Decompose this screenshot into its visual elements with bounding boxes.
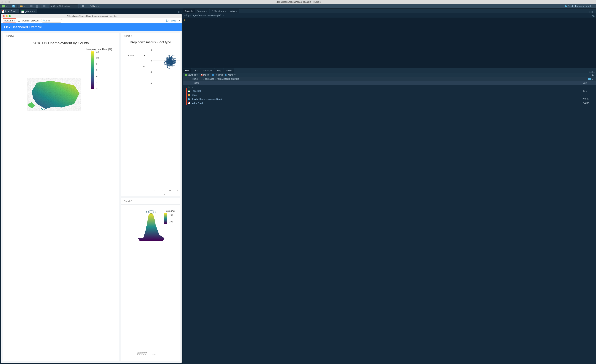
files-tabs: Files Plots Packages Help Viewer: [183, 68, 596, 73]
plus-proj-icon: [12, 5, 15, 7]
file-row[interactable]: docs: [183, 93, 596, 97]
project-switcher[interactable]: flexdashboard-example: [565, 5, 595, 7]
refresh-icon: [592, 74, 594, 76]
minimize-pane-icon[interactable]: [176, 11, 179, 13]
close-icon[interactable]: ×: [34, 10, 35, 12]
refresh-button[interactable]: [591, 73, 595, 76]
maximize-pane-icon[interactable]: [592, 11, 595, 13]
rmd-file-icon: [188, 102, 190, 104]
close-icon[interactable]: [3, 15, 5, 17]
crumb[interactable]: flexdashboard-example: [217, 78, 239, 80]
new-project-button[interactable]: [11, 5, 16, 8]
sort-asc-icon[interactable]: [191, 82, 193, 83]
maximize-pane-icon[interactable]: [179, 11, 182, 13]
file-row[interactable]: _site.yml 46 B: [183, 89, 596, 93]
scatter-plot[interactable]: [153, 48, 180, 85]
save-all-button[interactable]: [35, 5, 39, 8]
tab-terminal[interactable]: Terminal×: [195, 9, 209, 13]
new-folder-button[interactable]: New Folder: [184, 73, 199, 76]
file-name: ..: [192, 86, 581, 88]
tick: 0: [149, 60, 152, 62]
close-icon[interactable]: ×: [236, 10, 237, 12]
maximize-pane-icon[interactable]: [592, 71, 595, 73]
minimize-icon[interactable]: [5, 1, 7, 3]
console-body[interactable]: >: [183, 18, 596, 68]
chevron-down-icon: [144, 55, 146, 56]
volcano-surface[interactable]: [136, 208, 166, 244]
tab-plots[interactable]: Plots: [192, 68, 201, 73]
close-icon[interactable]: ×: [225, 10, 226, 12]
goto-file-input[interactable]: Go to file/function: [50, 4, 78, 8]
col-size[interactable]: Size: [582, 82, 595, 84]
col-name[interactable]: Name: [194, 82, 199, 84]
zoom-icon[interactable]: [8, 1, 10, 3]
tab-console[interactable]: Console: [183, 9, 195, 13]
btn-label: More: [228, 74, 233, 76]
print-button[interactable]: [42, 5, 46, 8]
tab-viewer[interactable]: Viewer: [224, 68, 234, 73]
colorbar-ticks: 12 10 8 6 4 2 0: [96, 50, 99, 90]
crumb[interactable]: Home: [192, 78, 198, 80]
zoom-icon[interactable]: [9, 15, 11, 17]
plot-type-select[interactable]: Scatter: [126, 53, 147, 58]
chart-b-card: Chart B Drop down menus - Plot type Scat…: [121, 33, 180, 196]
search-icon: 🔍: [43, 20, 46, 22]
rproj-file-icon: [188, 98, 190, 100]
open-file-button[interactable]: [19, 5, 26, 7]
close-icon[interactable]: ×: [206, 10, 207, 12]
new-file-button[interactable]: [1, 5, 8, 8]
addins-button[interactable]: Addins: [89, 5, 100, 8]
clear-console-icon[interactable]: [592, 14, 595, 17]
checkbox[interactable]: [184, 102, 186, 104]
console-prompt: >: [184, 19, 186, 21]
btn-label: New Folder: [187, 74, 198, 76]
file-row-up[interactable]: ..: [183, 85, 596, 89]
delete-button[interactable]: Delete: [200, 73, 210, 76]
close-icon[interactable]: ×: [16, 10, 18, 12]
file-name: docs: [192, 94, 581, 96]
editor-tab-label: index.Rmd: [5, 10, 15, 13]
crumb[interactable]: packages: [205, 78, 214, 80]
checkbox[interactable]: [184, 94, 186, 96]
tab-jobs[interactable]: Jobs×: [228, 9, 239, 13]
checkbox[interactable]: [184, 98, 186, 100]
delete-icon: [201, 74, 202, 76]
save-button[interactable]: [29, 5, 34, 8]
minimize-pane-icon[interactable]: [589, 11, 592, 13]
project-icon: [565, 5, 567, 7]
btn-label: Delete: [203, 74, 209, 76]
tab-packages[interactable]: Packages: [201, 68, 215, 73]
x-ticks: -4 -2 0 2: [153, 189, 178, 192]
editor-tab-strip: index.Rmd × _site.yml ×: [0, 8, 183, 13]
find-input[interactable]: 🔍 Find: [41, 19, 62, 22]
tab-files[interactable]: Files: [183, 68, 192, 73]
minimize-icon[interactable]: [6, 15, 8, 17]
popout-icon[interactable]: ↗: [222, 14, 224, 17]
chart-c-legend-title: volcano: [166, 210, 175, 212]
minimize-pane-icon[interactable]: [589, 71, 592, 73]
save-all-icon: [36, 5, 38, 7]
panes-button[interactable]: [81, 5, 88, 8]
select-all-checkbox[interactable]: [184, 78, 186, 80]
rename-button[interactable]: Rename: [211, 73, 224, 76]
files-breadcrumb: Home R packages flexdashboard-example …: [183, 77, 596, 81]
svg-point-223: [168, 68, 169, 69]
more-button[interactable]: More: [224, 73, 236, 76]
chart-c-header: Chart C: [121, 198, 180, 204]
more-icon[interactable]: …: [591, 78, 595, 80]
tick: 8: [96, 63, 99, 65]
file-row[interactable]: flexdashboard-example.Rproj 205 B: [183, 97, 596, 101]
publish-button[interactable]: Publish: [166, 19, 180, 22]
tick: 0: [96, 87, 99, 90]
open-in-browser-button[interactable]: Open in Browser: [22, 19, 39, 22]
editor-tab-site-yml[interactable]: _site.yml ×: [20, 9, 37, 13]
us-choropleth-map[interactable]: [26, 76, 81, 111]
tab-rmarkdown[interactable]: R Markdown×: [210, 9, 228, 13]
crumb[interactable]: R: [201, 78, 202, 80]
checkbox[interactable]: [184, 90, 186, 92]
editor-tab-index-rmd[interactable]: index.Rmd ×: [0, 9, 19, 13]
file-row[interactable]: index.Rmd 2.4 KB: [183, 101, 596, 105]
tab-help[interactable]: Help: [215, 68, 224, 73]
viewer-traffic-lights: [3, 15, 11, 17]
close-icon[interactable]: [1, 1, 3, 3]
